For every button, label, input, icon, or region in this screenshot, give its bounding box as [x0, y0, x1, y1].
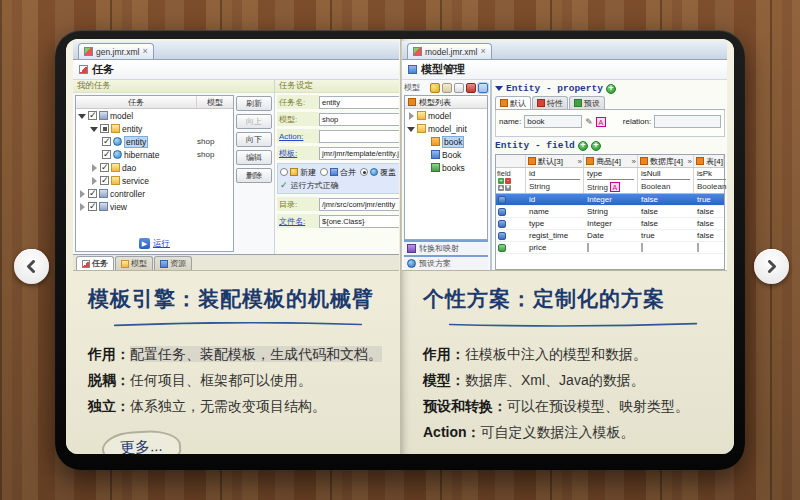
next-page-button[interactable]: [754, 249, 789, 284]
column-isnull[interactable]: isNull Boolean: [638, 168, 694, 193]
expander-open-icon[interactable]: [407, 125, 415, 133]
field-row-price[interactable]: price: [496, 242, 724, 254]
close-icon[interactable]: ×: [480, 47, 485, 56]
field-row-name[interactable]: name String false false: [496, 206, 724, 218]
model-row-model[interactable]: model: [405, 109, 487, 122]
field-row-type[interactable]: type Integer false false: [496, 218, 724, 230]
add-property-icon[interactable]: +: [606, 84, 616, 94]
database-tool-icon[interactable]: [466, 83, 476, 93]
tab-gen-jmr-xml[interactable]: gen.jmr.xml ×: [78, 43, 154, 59]
tree-row-entity-folder[interactable]: entity: [76, 122, 233, 135]
delete-button[interactable]: 删除: [236, 168, 272, 183]
directory-input[interactable]: /jmr/src/com/jmr/entity: [319, 198, 399, 211]
tree-row-hibernate-task[interactable]: hibernate shop: [76, 148, 233, 161]
double-arrow-icon[interactable]: »: [578, 157, 583, 166]
checkbox-checked[interactable]: [88, 111, 97, 120]
checkbox-checked[interactable]: [88, 189, 97, 198]
group-database[interactable]: 数据库[4] »: [638, 155, 694, 167]
expander-closed-icon[interactable]: [78, 190, 86, 198]
template-label-link[interactable]: 模板:: [277, 146, 319, 160]
model-row-books[interactable]: books: [405, 161, 487, 174]
bottom-tabbar: 任务 模型 资源: [73, 254, 399, 270]
radio-overwrite-selected[interactable]: [360, 168, 368, 176]
tree-row-dao[interactable]: dao: [76, 161, 233, 174]
checkbox-checked[interactable]: [100, 163, 109, 172]
checkbox-checked[interactable]: [102, 150, 111, 159]
tab-preset[interactable]: 预设: [569, 96, 605, 109]
help-icon[interactable]: [430, 83, 440, 93]
checkbox-partial[interactable]: [100, 124, 109, 133]
model-row-Book[interactable]: Book: [405, 148, 487, 161]
folder-tool-icon[interactable]: [442, 83, 452, 93]
model-row-model-init[interactable]: model_init: [405, 122, 487, 135]
column-ispk[interactable]: isPk Boolean: [694, 168, 727, 193]
up-mini-icon[interactable]: ▲: [498, 185, 504, 191]
triangle-down-icon[interactable]: [495, 86, 503, 95]
column-id[interactable]: id String: [526, 168, 584, 193]
double-arrow-icon[interactable]: »: [632, 157, 637, 166]
tree-row-view[interactable]: view: [76, 200, 233, 213]
tree-row-model[interactable]: model: [76, 109, 233, 122]
move-up-button[interactable]: 向上: [236, 114, 272, 129]
tree-row-entity-task[interactable]: entity shop: [76, 135, 233, 148]
close-icon[interactable]: ×: [142, 47, 147, 56]
down-mini-icon[interactable]: ▼: [505, 185, 511, 191]
expander-closed-icon[interactable]: [407, 112, 415, 120]
tab-model-jmr-xml[interactable]: model.jmr.xml ×: [407, 43, 492, 59]
group-default[interactable]: 默认[3] »: [526, 155, 584, 167]
double-arrow-icon[interactable]: »: [688, 157, 693, 166]
refresh-button[interactable]: 刷新: [236, 96, 272, 111]
expander-closed-icon[interactable]: [78, 203, 86, 211]
tab-traits[interactable]: 特性: [532, 96, 568, 109]
tab-default[interactable]: 默认: [495, 96, 531, 109]
field-icon: [498, 244, 506, 252]
add-field-group-icon[interactable]: +: [591, 141, 601, 151]
xml-tool-icon[interactable]: [454, 83, 464, 93]
field-row-regist-time[interactable]: regist_time Date true false: [496, 230, 724, 242]
action-input[interactable]: [319, 130, 399, 143]
field-row-id[interactable]: id Integer false true: [496, 194, 724, 206]
column-task[interactable]: 任务: [76, 96, 197, 108]
name-input[interactable]: book: [524, 115, 582, 128]
section-transform-mapping[interactable]: 转换和映射: [404, 240, 488, 255]
group-product[interactable]: 商品[4] »: [584, 155, 638, 167]
template-input[interactable]: jmr/jmr/template/entity.java.jet: [319, 147, 399, 160]
bottom-tab-resources[interactable]: 资源: [154, 256, 192, 270]
pencil-icon[interactable]: ✎: [585, 117, 593, 127]
checkbox-checked[interactable]: [88, 202, 97, 211]
structure-tool-icon[interactable]: [478, 83, 488, 93]
expander-closed-icon[interactable]: [90, 164, 98, 172]
group-table[interactable]: 表[4] »: [694, 155, 724, 167]
previous-page-button[interactable]: [14, 249, 49, 284]
edit-button[interactable]: 编辑: [236, 150, 272, 165]
checkbox-checked[interactable]: [102, 137, 111, 146]
run-link[interactable]: 运行: [153, 238, 170, 250]
expander-open-icon[interactable]: [78, 112, 86, 120]
section-preset-plan[interactable]: 预设方案: [404, 255, 488, 270]
tree-row-controller[interactable]: controller: [76, 187, 233, 200]
action-label-link[interactable]: Action:: [277, 129, 319, 143]
taskname-input[interactable]: entity: [319, 96, 399, 109]
checkbox-checked[interactable]: [100, 176, 109, 185]
radio-merge[interactable]: [320, 168, 328, 176]
column-model[interactable]: 模型: [197, 96, 233, 108]
filename-label-link[interactable]: 文件名:: [277, 214, 319, 228]
column-type[interactable]: type StringA: [584, 168, 638, 193]
filename-input[interactable]: ${one.Class}: [319, 215, 399, 228]
model-input[interactable]: shop: [319, 113, 399, 126]
play-icon: ▶: [139, 238, 150, 249]
relation-input[interactable]: [654, 115, 721, 128]
tree-row-service[interactable]: service: [76, 174, 233, 187]
model-row-book[interactable]: book: [405, 135, 487, 148]
move-down-button[interactable]: 向下: [236, 132, 272, 147]
bottom-tab-tasks[interactable]: 任务: [76, 256, 114, 270]
field-icon: [498, 208, 506, 216]
radio-new[interactable]: [280, 168, 288, 176]
more-link-left[interactable]: 更多...: [101, 429, 181, 454]
a-badge-icon[interactable]: A: [596, 117, 606, 127]
expander-open-icon[interactable]: [90, 125, 98, 133]
bottom-tab-models[interactable]: 模型: [115, 256, 153, 270]
add-field-icon[interactable]: +: [578, 141, 588, 151]
cell-ispk: false: [694, 219, 724, 228]
expander-closed-icon[interactable]: [90, 177, 98, 185]
